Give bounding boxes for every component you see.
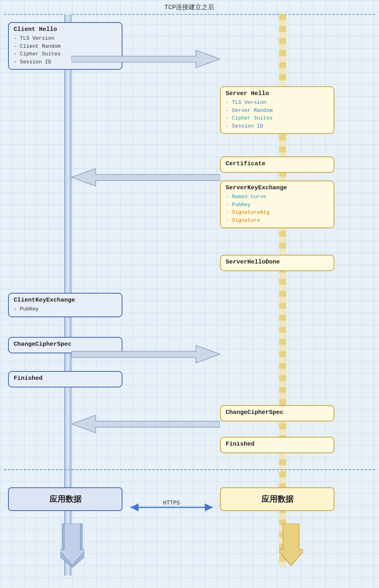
app-data-server-label: 应用数据 bbox=[261, 495, 293, 504]
bottom-dashed-line bbox=[4, 469, 375, 470]
client-key-exchange-box: ClientKeyExchange - PubKey bbox=[8, 293, 122, 317]
client-key-exchange-title: ClientKeyExchange bbox=[14, 297, 117, 304]
certificate-box: Certificate bbox=[220, 156, 334, 173]
server-change-cipher-box: ChangeCipherSpec bbox=[220, 405, 334, 422]
client-finished-box: Finished bbox=[8, 371, 122, 387]
server-hello-item-1: - TLS Version bbox=[226, 99, 329, 107]
client-hello-arrow bbox=[71, 48, 220, 70]
server-hello-done-title: ServerHelloDone bbox=[226, 259, 329, 266]
client-finished-title: Finished bbox=[14, 375, 117, 382]
client-hello-item-1: - TLS Version bbox=[14, 34, 117, 43]
server-hello-done-box: ServerHelloDone bbox=[220, 255, 334, 271]
server-finished-box: Finished bbox=[220, 437, 334, 453]
server-hello-title: Server Hello bbox=[226, 90, 329, 97]
client-down-arrow bbox=[60, 523, 84, 570]
certificate-title: Certificate bbox=[226, 160, 329, 167]
server-change-cipher-title: ChangeCipherSpec bbox=[226, 409, 329, 416]
app-data-client-box: 应用数据 bbox=[8, 487, 122, 511]
server-hello-item-3: - Cipher Suites bbox=[226, 114, 329, 122]
server-hello-item-2: - Server Random bbox=[226, 107, 329, 115]
diagram: TCP连接建立之后 Client Hello - TLS Version - C… bbox=[0, 0, 379, 588]
svg-marker-0 bbox=[71, 50, 220, 68]
svg-marker-2 bbox=[71, 345, 220, 363]
https-arrow: HTTPS bbox=[122, 497, 221, 519]
svg-marker-3 bbox=[71, 415, 220, 433]
client-hello-title: Client Hello bbox=[14, 26, 117, 33]
app-data-client-label: 应用数据 bbox=[49, 495, 82, 504]
server-key-exchange-box: ServerKeyExchange - Named Curve - PubKey… bbox=[220, 180, 334, 228]
page-title: TCP连接建立之后 bbox=[165, 3, 215, 12]
server-cipher-arrow bbox=[71, 413, 220, 435]
client-key-item-1: - PubKey bbox=[14, 305, 117, 313]
svg-marker-5 bbox=[130, 503, 139, 511]
server-key-item-4: - Signature bbox=[226, 217, 329, 225]
server-key-exchange-title: ServerKeyExchange bbox=[226, 185, 329, 191]
server-finished-title: Finished bbox=[226, 441, 329, 448]
svg-marker-1 bbox=[71, 168, 220, 186]
svg-marker-10 bbox=[279, 523, 303, 566]
server-key-item-1: - Named Curve bbox=[226, 193, 329, 201]
server-response-arrow bbox=[71, 166, 220, 189]
top-dashed-line bbox=[4, 14, 375, 15]
svg-text:HTTPS: HTTPS bbox=[163, 500, 180, 506]
client-cipher-arrow bbox=[71, 343, 220, 365]
svg-marker-6 bbox=[205, 503, 213, 511]
server-down-arrow bbox=[279, 523, 303, 570]
server-hello-item-4: - Session ID bbox=[226, 122, 329, 130]
app-data-server-box: 应用数据 bbox=[220, 487, 334, 511]
server-key-item-2: - PubKey bbox=[226, 201, 329, 209]
server-key-item-3: - SignatureAlg bbox=[226, 209, 329, 217]
server-hello-box: Server Hello - TLS Version - Server Rand… bbox=[220, 86, 334, 134]
